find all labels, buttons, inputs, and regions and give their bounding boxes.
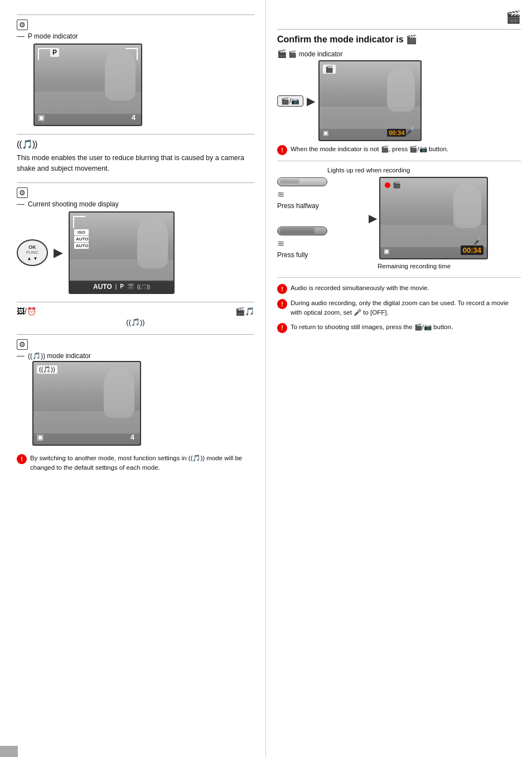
shake-grass: [33, 411, 140, 433]
p-mode-label-row: P mode indicator: [17, 32, 254, 40]
movie-icon-label: 🎬: [277, 49, 287, 58]
note-right-1: ! Audio is recorded simultaneously with …: [277, 283, 521, 294]
note-right-3: ! To return to shooting still images, pr…: [277, 322, 521, 333]
shutter-fully-visual: [277, 226, 327, 235]
recording-section: Lights up red when recording ≋ Press hal…: [277, 167, 521, 269]
badge-auto1: AUTO: [74, 236, 89, 242]
bottom-notes-right: ! Audio is recorded simultaneously with …: [277, 283, 521, 333]
shake-icon: ((🎵)): [17, 139, 37, 150]
divider-right-2: [277, 277, 521, 278]
p-screen-tl-bracket: [38, 48, 50, 60]
auto-grass: [70, 259, 173, 282]
shake-top-icon-line: ⚙: [17, 339, 254, 350]
ok-func-button[interactable]: OK FUNC ▲▼: [17, 239, 48, 266]
note-right-2: ! During audio recording, only the digit…: [277, 298, 521, 318]
note-icon-bottom: !: [17, 454, 27, 464]
shake-mode-indicator-label: ((🎵)) mode indicator: [28, 352, 91, 360]
shake-section: ((🎵)) This mode enables the user to redu…: [17, 139, 254, 175]
note-icon-r1: !: [277, 284, 287, 294]
top-divider-right: [277, 29, 521, 30]
note-text-r1: Audio is recorded simultaneously with th…: [291, 283, 429, 293]
mode-indicator-label-right: 🎬 🎬 mode indicator: [277, 49, 422, 58]
auto-text: AUTO: [93, 283, 112, 291]
p-screen-tr-bracket: [125, 48, 138, 60]
auto-mode-label-row: Current shooting mode display: [17, 200, 254, 208]
remaining-label: Remaining recording time: [378, 263, 521, 269]
auto-btn-arrow-row: OK FUNC ▲▼ ▶: [17, 211, 254, 294]
icons-row-section: 🖼/⏰ 🎬🎵 ((🎵)): [17, 307, 254, 326]
lights-label: Lights up red when recording: [327, 167, 521, 173]
bottom-note: ! By switching to another mode, most fun…: [17, 454, 254, 473]
movie-top-icon-row: 🎬: [277, 10, 521, 25]
note-text-r3: To return to shooting still images, pres…: [291, 322, 453, 332]
left-column: ⚙ P mode indicator ▣ 4: [0, 0, 266, 757]
movie-btn-label: 🎬/📷: [281, 97, 299, 105]
shake-icon-bar: ((🎵)): [137, 284, 150, 290]
rec-grass: [380, 225, 487, 247]
bottom-note-text: By switching to another mode, most funct…: [30, 454, 254, 473]
rec-timer: 00:34: [461, 245, 483, 255]
bar-separator: |: [115, 283, 117, 290]
wavy-lines-fully: ≋: [277, 238, 283, 249]
confirm-screen-mode-icon: 🎬: [323, 65, 336, 74]
note-text-r2: During audio recording, only the digital…: [291, 298, 521, 318]
confirm-note-text: When the mode indicator is not 🎬, press …: [291, 144, 448, 154]
bracket-line-auto: [17, 204, 25, 205]
shutter-halfway-visual: [277, 177, 327, 186]
p-top-icon-line: ⚙: [17, 20, 254, 30]
movie-button-mockup[interactable]: 🎬/📷: [277, 95, 303, 107]
divider-2: [17, 182, 254, 183]
arrow-icon: ▶: [54, 245, 63, 260]
shake-description: This mode enables the user to reduce blu…: [17, 153, 254, 175]
shake-screen-section: ⚙ ((🎵)) mode indicator ((🎵)) ▣: [17, 339, 254, 446]
auto-bottom-bar: AUTO | P 🎬 ((🎵)): [70, 281, 173, 293]
shutter-fully-inner: [280, 228, 315, 234]
auto-camera-screen: ISO AUTO AUTO AUTO | P 🎬 ((🎵)): [69, 211, 175, 294]
press-fully-label: Press fully: [277, 251, 308, 259]
confirm-title: Confirm the mode indicator is 🎬: [277, 34, 521, 45]
left-icons: 🖼/⏰: [17, 307, 36, 316]
p-screen-bl-icon: ▣: [38, 113, 45, 122]
press-layout: ≋ Press halfway ≋ Press fully ▶: [277, 177, 521, 259]
auto-tl-bracket: [73, 216, 85, 228]
bottom-gray-bar: [0, 746, 18, 757]
confirm-mode-section: Confirm the mode indicator is 🎬 🎬 🎬 mode…: [277, 34, 521, 155]
note-icon-r3: !: [277, 323, 287, 333]
p-mode-screen-indicator: P: [50, 48, 59, 57]
recording-camera-screen: 🎬 00:34 ▣ 🎤: [379, 177, 488, 259]
confirm-content-row: 🎬 🎬 mode indicator 🎬/📷 ▶: [277, 49, 521, 141]
top-divider-left: [17, 15, 254, 15]
press-halfway-item: ≋ Press halfway: [277, 177, 327, 210]
badge-iso: ISO: [74, 229, 89, 235]
p-mode-label: P mode indicator: [28, 32, 78, 40]
rec-movie-icon: 🎬: [393, 181, 401, 189]
rec-timer-text: 00:34: [463, 246, 481, 254]
p-mode-section: ⚙ P mode indicator ▣ 4: [17, 20, 254, 126]
mode-indicator-text: 🎬 mode indicator: [288, 50, 342, 58]
bracket-line-shake: [17, 356, 25, 356]
shutter-halfway-inner: [280, 179, 299, 184]
divider-3: [17, 302, 254, 302]
divider-shake: [17, 134, 254, 134]
auto-mode-section: ⚙ Current shooting mode display OK FUNC …: [17, 187, 254, 294]
icons-row: 🖼/⏰ 🎬🎵: [17, 307, 254, 316]
shake-mode-label-row: ((🎵)) mode indicator: [17, 352, 254, 360]
rec-screen-bl: ▣: [384, 248, 389, 255]
shake-screen-container: ((🎵)) ▣ 4: [17, 361, 254, 446]
press-fully-item: ≋ Press fully: [277, 226, 327, 259]
shake-screen-bl-icon: ▣: [37, 433, 43, 441]
right-icons: 🎬🎵: [235, 307, 254, 316]
rec-red-dot: [385, 182, 390, 188]
confirm-left-part: 🎬 🎬 mode indicator 🎬/📷 ▶: [277, 49, 422, 141]
p-camera-screen: ▣ 4 P: [33, 44, 142, 126]
p-badge: P: [120, 283, 124, 290]
badge-auto2: AUTO: [74, 243, 89, 249]
divider-right-1: [277, 161, 521, 161]
note-icon-r2: !: [277, 299, 287, 309]
p-grass: [35, 91, 141, 114]
auto-settings-icon: ⚙: [17, 187, 28, 198]
confirm-figure: [387, 67, 415, 112]
confirm-screen-timer: 00:34: [387, 129, 406, 137]
confirm-note: ! When the mode indicator is not 🎬, pres…: [277, 144, 521, 155]
confirm-camera-screen: 🎬 🎤 ▣ 00:34: [318, 60, 422, 141]
